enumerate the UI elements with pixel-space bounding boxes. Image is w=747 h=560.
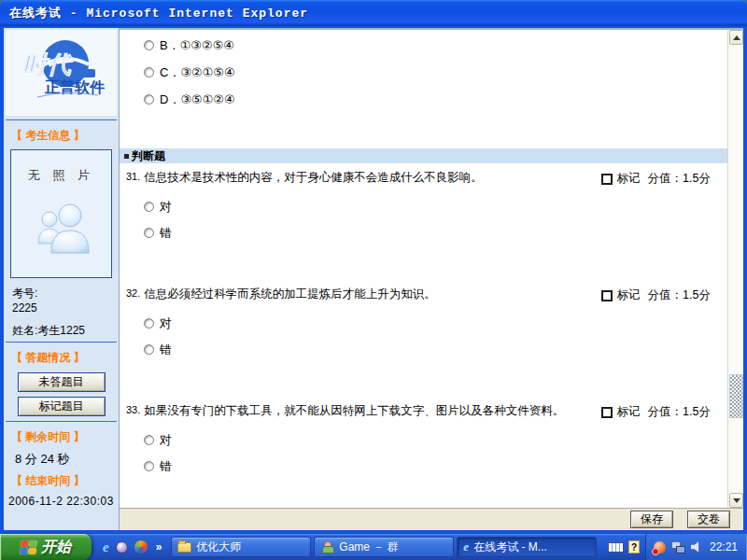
quick-launch-overflow-chevron[interactable]: » (156, 540, 162, 553)
save-button[interactable]: 保存 (630, 511, 673, 528)
end-time-value: 2006-11-2 22:30:03 (4, 491, 119, 510)
no-photo-label: 无 照 片 (11, 167, 111, 184)
desktop: 在线考试 - Microsoft Internet Explorer 时代 正普… (0, 0, 747, 560)
start-label: 开始 (41, 538, 71, 557)
task-button-game-group[interactable]: Game － 群 (314, 537, 454, 557)
window-title: 在线考试 - Microsoft Internet Explorer (9, 5, 308, 21)
media-player-icon[interactable] (134, 540, 148, 553)
score-label: 分值：1.5分 (648, 171, 711, 187)
task-button-online-exam[interactable]: e 在线考试 - M... (457, 537, 597, 557)
windows-flag-icon (20, 540, 37, 554)
unanswered-questions-button[interactable]: 未答题目 (18, 372, 106, 392)
exam-no-value: 2225 (12, 301, 110, 315)
divider (6, 421, 117, 422)
taskbar: 开始 e » 优化大师 Game － 群 e 在线考试 - M... ? (0, 534, 747, 560)
choice-row-true[interactable]: 对 (144, 434, 727, 446)
radio-false[interactable] (144, 461, 154, 471)
choice-row-false[interactable]: 错 (144, 460, 727, 472)
users-icon (33, 195, 91, 257)
exam-sidebar: 时代 正普软件 【 考生信息 】 无 照 片 (4, 28, 120, 530)
help-icon[interactable]: ? (628, 540, 640, 553)
bullet-icon (124, 154, 129, 159)
choice-label: 错 (160, 342, 172, 358)
question-text: 信息技术是技术性的内容，对于身心健康不会造成什么不良影响。 (144, 171, 593, 185)
choice-row-true[interactable]: 对 (144, 201, 727, 213)
divider (6, 119, 117, 120)
choice-label: 对 (160, 432, 172, 449)
choice-row-false[interactable]: 错 (144, 343, 727, 356)
system-tray: 22:21 (645, 534, 747, 560)
option-row-c[interactable]: C．③②①⑤④ (144, 66, 727, 78)
question-number: 31. (126, 171, 140, 182)
section-header-judgement: 判断题 (120, 148, 727, 163)
choice-row-true[interactable]: 对 (144, 317, 727, 329)
examinee-name: 姓名:考生1225 (12, 323, 110, 338)
volume-tray-icon[interactable] (691, 541, 702, 553)
section-title: 判断题 (132, 148, 165, 164)
radio-option-d[interactable] (144, 94, 154, 105)
task-button-area: 优化大师 Game － 群 e 在线考试 - M... (169, 534, 602, 560)
mark-label: 标记 (617, 287, 641, 303)
qq-messenger-tray-icon[interactable] (654, 541, 666, 553)
task-button-youhua-dashi[interactable]: 优化大师 (171, 537, 311, 557)
mark-checkbox[interactable] (601, 290, 613, 301)
question-text: 信息必须经过科学而系统的加工提炼后才能上升为知识。 (144, 287, 593, 301)
question-text: 如果没有专门的下载工具，就不能从因特网上下载文字、图片以及各种文件资料。 (144, 404, 593, 418)
choice-row-false[interactable]: 错 (144, 227, 727, 239)
option-row-b[interactable]: B．①③②⑤④ (144, 39, 727, 51)
radio-true[interactable] (144, 202, 154, 212)
choice-label: 错 (160, 458, 172, 475)
zhengpu-software-logo: 时代 正普软件 (9, 34, 114, 112)
scroll-down-button[interactable] (729, 493, 743, 508)
examinee-info-header: 【 考生信息 】 (4, 124, 119, 146)
internet-explorer-icon[interactable]: e (103, 539, 109, 555)
start-button[interactable]: 开始 (0, 534, 92, 560)
scrollbar-thumb[interactable] (729, 374, 743, 418)
radio-option-b[interactable] (144, 40, 154, 50)
mark-label: 标记 (617, 171, 641, 187)
score-label: 分值：1.5分 (648, 287, 711, 303)
question-32: 32. 信息必须经过科学而系统的加工提炼后才能上升为知识。 标记 分值：1.5分 (120, 287, 727, 356)
mark-label: 标记 (617, 404, 641, 420)
radio-false[interactable] (144, 228, 154, 238)
exam-no-label: 考号: (12, 286, 110, 301)
choice-label: 错 (160, 225, 172, 242)
messenger-icon[interactable] (116, 541, 128, 553)
photo-box: 无 照 片 (10, 149, 112, 278)
quick-launch-bar: e » (92, 534, 169, 560)
language-bar: ? (602, 534, 645, 560)
mark-checkbox[interactable] (601, 407, 613, 418)
folder-icon (177, 542, 191, 553)
question-number: 32. (126, 287, 140, 299)
option-label: C．③②①⑤④ (160, 64, 235, 81)
keyboard-icon[interactable] (608, 542, 624, 553)
choice-label: 对 (160, 199, 172, 216)
radio-false[interactable] (144, 344, 154, 355)
scroll-up-button[interactable] (729, 30, 743, 45)
marked-questions-button[interactable]: 标记题目 (18, 397, 106, 416)
network-tray-icon[interactable] (671, 541, 685, 553)
radio-true[interactable] (144, 435, 154, 445)
score-label: 分值：1.5分 (648, 404, 711, 420)
divider (6, 342, 117, 343)
title-bar[interactable]: 在线考试 - Microsoft Internet Explorer (0, 0, 747, 26)
question-number: 33. (126, 404, 140, 415)
option-label: B．①③②⑤④ (160, 37, 234, 54)
question-33: 33. 如果没有专门的下载工具，就不能从因特网上下载文字、图片以及各种文件资料。… (120, 404, 727, 472)
footer-bar: 保存 交卷 (120, 508, 743, 530)
mark-checkbox[interactable] (601, 174, 613, 185)
vertical-scrollbar[interactable] (727, 30, 743, 508)
submit-paper-button[interactable]: 交卷 (687, 511, 730, 528)
radio-true[interactable] (144, 318, 154, 329)
arrow-up-icon (733, 35, 740, 40)
logo-box: 时代 正普软件 (6, 30, 117, 116)
taskbar-clock[interactable]: 22:21 (710, 540, 738, 553)
svg-text:时代: 时代 (22, 50, 74, 78)
radio-option-c[interactable] (144, 67, 154, 77)
option-label: D．③⑤①②④ (160, 91, 235, 108)
remaining-time-value: 8 分 24 秒 (4, 447, 119, 469)
window-body: 时代 正普软件 【 考生信息 】 无 照 片 (0, 26, 747, 534)
option-row-d[interactable]: D．③⑤①②④ (144, 93, 727, 105)
ie-window: 在线考试 - Microsoft Internet Explorer 时代 正普… (0, 0, 747, 534)
remaining-time-header: 【 剩余时间 】 (4, 426, 119, 447)
